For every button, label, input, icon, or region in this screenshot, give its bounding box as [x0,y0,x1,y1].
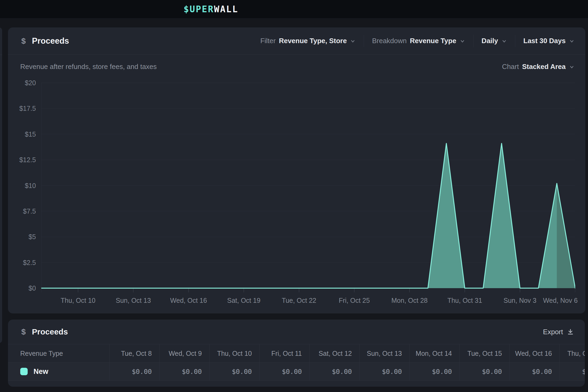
interval-value: Daily [482,37,498,45]
filter-label: Filter [260,37,276,45]
x-axis-tick-label: Mon, Oct 28 [386,296,433,304]
chart-card-title: Proceeds [32,36,69,46]
value-cell: $0.00 [109,363,159,381]
y-axis-tick-label: $10 [8,182,36,190]
table-header-row: Revenue TypeTue, Oct 8Wed, Oct 9Thu, Oct… [8,344,585,363]
filter-dropdown[interactable]: Filter Revenue Type, Store [260,27,364,54]
y-axis-tick-label: $17.5 [8,104,36,112]
export-button[interactable]: Export [543,328,574,336]
interval-dropdown[interactable]: Daily [474,27,515,54]
column-header-date: Fri, Oct 11 [259,344,309,363]
y-axis-tick-label: $12.5 [8,156,36,164]
chart-type-dropdown[interactable]: Chart Stacked Area [502,63,575,71]
proceeds-table: Revenue TypeTue, Oct 8Wed, Oct 9Thu, Oct… [8,344,585,381]
x-axis-tick-label: Sat, Oct 19 [220,296,268,304]
series-name: New [34,368,48,376]
chart-type-value: Stacked Area [522,63,566,71]
date-range-dropdown[interactable]: Last 30 Days [515,27,575,54]
dollar-icon: $ [21,36,32,46]
column-header-date: Tue, Oct 15 [459,344,510,363]
proceeds-table-card: $ Proceeds Export Revenue TypeTue, Oct 8… [8,320,585,387]
chart-subtitle: Revenue after refunds, store fees, and t… [20,63,157,71]
export-label: Export [543,328,563,336]
chevron-down-icon [569,64,575,70]
x-axis-tick-label: Wed, Oct 16 [165,296,213,304]
column-header-date: Thu, Oct 17 [560,344,585,363]
chevron-down-icon [459,38,465,44]
chart-card-header: $ Proceeds Filter Revenue Type, Store Br… [8,27,585,55]
value-cell: $0.00 [159,363,209,381]
series-color-swatch [20,368,28,375]
chevron-down-icon [350,38,356,44]
column-header-date: Sun, Oct 13 [359,344,409,363]
value-cell: $0.00 [459,363,510,381]
top-bar: $UPERWALL [0,0,588,19]
chevron-down-icon [501,38,507,44]
x-axis-tick-label: Thu, Oct 31 [441,296,489,304]
chart-subtitle-row: Revenue after refunds, store fees, and t… [8,55,585,71]
value-cell: $0.00 [560,363,585,381]
chevron-down-icon [569,38,575,44]
offscreen-card-divider [0,55,2,55]
stacked-area-plot [41,80,575,293]
date-range-value: Last 30 Days [523,37,566,45]
table-card-title: Proceeds [32,327,68,336]
table-card-header: $ Proceeds Export [8,320,585,344]
table-body: New$0.00$0.00$0.00$0.00$0.00$0.00$0.00$0… [8,363,585,381]
column-header-date: Mon, Oct 14 [409,344,459,363]
column-header-date: Thu, Oct 10 [209,344,259,363]
x-axis-tick-label: Fri, Oct 25 [330,296,378,304]
column-header-date: Sat, Oct 12 [309,344,359,363]
x-axis-tick-label: Sun, Oct 13 [109,296,157,304]
y-axis-tick-label: $7.5 [8,207,36,215]
y-axis-tick-label: $20 [8,79,36,87]
y-axis-tick-label: $5 [8,233,36,241]
value-cell: $0.00 [359,363,409,381]
y-axis-tick-label: $2.5 [8,259,36,267]
y-axis-tick-label: $15 [8,130,36,138]
chart-type-label: Chart [502,63,519,71]
download-icon [567,328,574,336]
logo-rest-text: WALL [214,4,238,14]
value-cell: $0.00 [409,363,459,381]
logo-accent-text: $UPER [184,4,214,14]
breakdown-dropdown[interactable]: Breakdown Revenue Type [364,27,473,54]
superwall-logo[interactable]: $UPERWALL [184,4,238,14]
dollar-icon: $ [21,327,32,336]
value-cell: $0.00 [309,363,359,381]
column-header-date: Wed, Oct 9 [159,344,209,363]
x-axis-tick-label: Tue, Oct 22 [275,296,323,304]
revenue-type-cell: New [8,363,109,381]
breakdown-label: Breakdown [372,37,407,45]
filter-value: Revenue Type, Store [279,37,347,45]
x-axis-tick-label: Wed, Nov 6 [536,296,584,304]
column-header-revenue-type: Revenue Type [8,344,109,363]
value-cell: $0.00 [259,363,309,381]
value-cell: $0.00 [209,363,259,381]
breakdown-value: Revenue Type [410,37,456,45]
table-scroll-area[interactable]: Revenue TypeTue, Oct 8Wed, Oct 9Thu, Oct… [8,344,585,381]
proceeds-chart-card: $ Proceeds Filter Revenue Type, Store Br… [8,27,585,313]
offscreen-card-edge [0,27,2,343]
chart-controls: Filter Revenue Type, Store Breakdown Rev… [260,27,585,54]
column-header-date: Tue, Oct 8 [109,344,159,363]
table-row: New$0.00$0.00$0.00$0.00$0.00$0.00$0.00$0… [8,363,585,381]
column-header-date: Wed, Oct 16 [510,344,560,363]
value-cell: $0.00 [510,363,560,381]
y-axis-tick-label: $0 [8,284,36,292]
x-axis-tick-label: Thu, Oct 10 [54,296,102,304]
